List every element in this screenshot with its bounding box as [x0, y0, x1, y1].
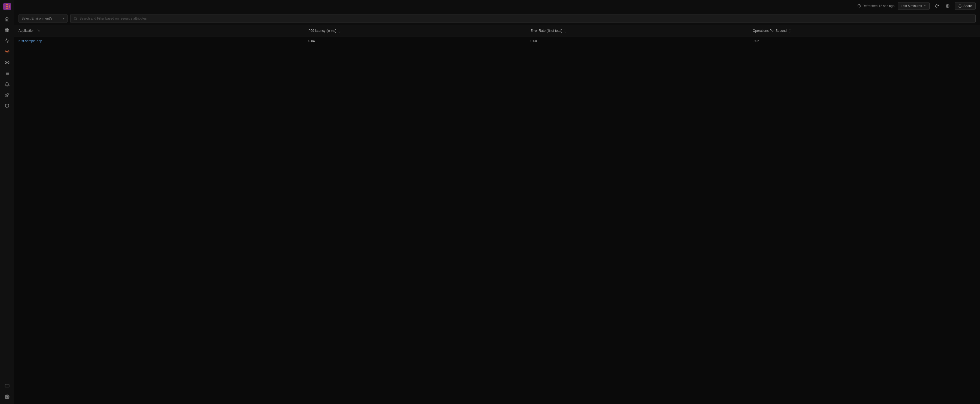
ops-sort-icon[interactable]	[788, 28, 791, 33]
filter-bar: Select Environment/s ▾	[14, 12, 980, 25]
app-logo[interactable]	[3, 2, 11, 11]
cell-p99: 0.04	[304, 36, 526, 46]
table-row: rust-sample-app 0.04 0.00 0.02	[14, 36, 980, 46]
sidebar-item-dashboards[interactable]	[2, 25, 12, 35]
search-icon	[74, 17, 77, 21]
services-table: Application P99 latency (in ms)	[14, 25, 980, 46]
table-header-row: Application P99 latency (in ms)	[14, 25, 980, 36]
svg-point-22	[947, 5, 948, 6]
application-filter-icon[interactable]	[37, 29, 41, 33]
main-content: Refreshed 12 sec ago Last 5 minutes Shar…	[14, 0, 980, 404]
col-error-rate-label: Error Rate (% of total)	[531, 29, 562, 33]
sidebar-item-apm[interactable]	[2, 47, 12, 57]
ops-per-sec-value: 0.02	[753, 39, 759, 43]
svg-point-1	[6, 6, 8, 8]
col-header-error-rate: Error Rate (% of total)	[526, 25, 748, 36]
svg-point-24	[74, 17, 77, 20]
sidebar-item-home[interactable]	[2, 14, 12, 24]
sidebar-item-logs[interactable]	[2, 68, 12, 78]
header: Refreshed 12 sec ago Last 5 minutes Shar…	[14, 0, 980, 12]
svg-rect-17	[5, 384, 9, 387]
sidebar-item-deployments[interactable]	[2, 90, 12, 100]
error-rate-sort-icon[interactable]	[564, 28, 567, 33]
sidebar-item-alerts[interactable]	[2, 79, 12, 89]
sidebar-item-monitors[interactable]	[2, 381, 12, 391]
share-label: Share	[963, 4, 972, 8]
svg-rect-4	[7, 30, 9, 32]
sidebar-item-integrations[interactable]	[2, 58, 12, 67]
sidebar	[0, 0, 14, 404]
p99-value: 0.04	[309, 39, 315, 43]
refresh-icon	[935, 4, 939, 8]
svg-line-25	[76, 19, 77, 20]
env-select-label: Select Environment/s	[22, 17, 52, 21]
p99-sort-icon[interactable]	[338, 28, 341, 33]
svg-rect-3	[7, 28, 9, 29]
svg-point-9	[6, 62, 6, 63]
gear-icon	[946, 4, 950, 8]
search-input[interactable]	[80, 17, 972, 21]
cell-application: rust-sample-app	[14, 36, 304, 46]
clock-icon	[858, 4, 861, 8]
search-filter-bar[interactable]	[70, 14, 976, 23]
svg-rect-2	[5, 28, 6, 29]
refreshed-label: Refreshed 12 sec ago	[863, 4, 894, 8]
settings-button[interactable]	[944, 2, 951, 10]
sidebar-item-metrics[interactable]	[2, 36, 12, 46]
col-ops-label: Operations Per Second	[753, 29, 787, 33]
sidebar-item-security[interactable]	[2, 101, 12, 111]
col-p99-label: P99 latency (in ms)	[309, 29, 336, 33]
refresh-button[interactable]	[933, 2, 940, 10]
col-header-p99: P99 latency (in ms)	[304, 25, 526, 36]
error-rate-value: 0.00	[531, 39, 537, 43]
env-chevron-icon: ▾	[63, 17, 65, 21]
svg-point-6	[6, 51, 8, 52]
time-range-label: Last 5 minutes	[901, 4, 922, 8]
apm-table: Application P99 latency (in ms)	[14, 25, 980, 404]
col-header-application: Application	[14, 25, 304, 36]
svg-point-20	[6, 396, 8, 398]
col-header-ops-per-sec: Operations Per Second	[748, 25, 980, 36]
cell-ops-per-sec: 0.02	[748, 36, 980, 46]
chevron-down-icon	[924, 4, 927, 7]
time-range-dropdown[interactable]: Last 5 minutes	[898, 2, 930, 10]
col-application-label: Application	[19, 29, 35, 33]
sidebar-item-settings[interactable]	[2, 392, 12, 402]
refreshed-status: Refreshed 12 sec ago	[858, 4, 894, 8]
cell-error-rate: 0.00	[526, 36, 748, 46]
svg-marker-26	[38, 29, 40, 32]
share-icon	[958, 4, 962, 8]
svg-point-10	[8, 62, 8, 63]
application-link[interactable]: rust-sample-app	[19, 39, 42, 43]
share-button[interactable]: Share	[955, 2, 976, 10]
environment-select[interactable]: Select Environment/s ▾	[19, 14, 67, 23]
svg-rect-5	[5, 30, 6, 32]
